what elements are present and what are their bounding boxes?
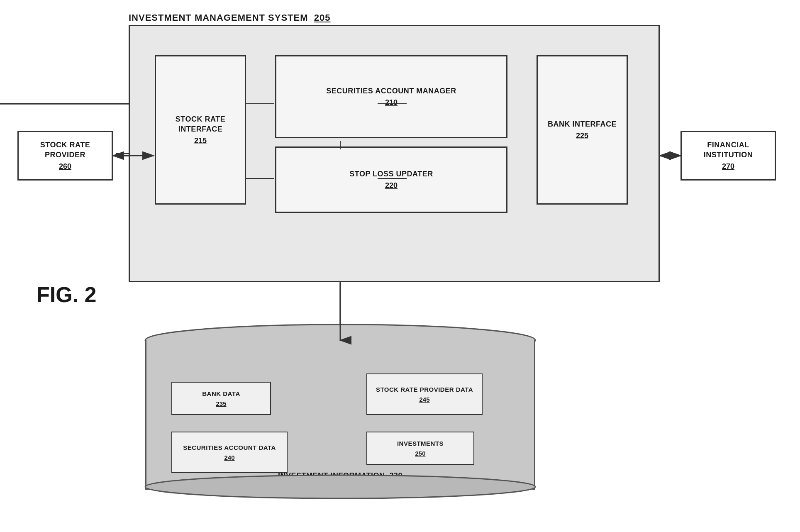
investments-number: 250 bbox=[415, 450, 425, 457]
fi-number: 270 bbox=[722, 162, 734, 171]
db-bottom-ellipse bbox=[144, 474, 537, 499]
bank-data-box: BANK DATA 235 bbox=[171, 382, 271, 415]
srp-box: STOCK RATE PROVIDER 260 bbox=[17, 131, 113, 181]
sad-number: 240 bbox=[224, 454, 234, 461]
srpd-number: 245 bbox=[419, 396, 429, 403]
sam-title: SECURITIES ACCOUNT MANAGER bbox=[326, 86, 456, 96]
securities-account-data-box: SECURITIES ACCOUNT DATA 240 bbox=[171, 432, 288, 473]
bi-box: BANK INTERFACE 225 bbox=[537, 55, 628, 205]
srpd-title: STOCK RATE PROVIDER DATA bbox=[376, 386, 473, 394]
svg-point-12 bbox=[145, 475, 535, 498]
sad-title: SECURITIES ACCOUNT DATA bbox=[183, 444, 276, 452]
investments-box: INVESTMENTS 250 bbox=[366, 432, 474, 465]
bi-title: BANK INTERFACE bbox=[548, 120, 617, 129]
database-container: BANK DATA 235 STOCK RATE PROVIDER DATA 2… bbox=[145, 324, 535, 498]
bi-number: 225 bbox=[576, 132, 588, 140]
figure-label: FIG. 2 bbox=[37, 282, 96, 307]
srp-title: STOCK RATE PROVIDER bbox=[23, 140, 107, 160]
fi-box: FINANCIAL INSTITUTION 270 bbox=[680, 131, 776, 181]
slu-box: STOP LOSS UPDATER 220 bbox=[275, 146, 507, 213]
bank-data-number: 235 bbox=[216, 400, 226, 407]
investments-title: INVESTMENTS bbox=[397, 439, 444, 448]
sri-number: 215 bbox=[194, 137, 207, 145]
ims-label: INVESTMENT MANAGEMENT SYSTEM 205 bbox=[129, 12, 331, 23]
slu-number: 220 bbox=[385, 181, 398, 190]
slu-title: STOP LOSS UPDATER bbox=[349, 169, 433, 179]
diagram-container: FIG. 2 STOCK RATE INTERFACE 215 SECURITI… bbox=[0, 0, 800, 532]
sri-box: STOCK RATE INTERFACE 215 bbox=[155, 55, 246, 205]
ims-label-text: INVESTMENT MANAGEMENT SYSTEM bbox=[129, 12, 308, 23]
bank-data-title: BANK DATA bbox=[202, 390, 240, 398]
ims-box: STOCK RATE INTERFACE 215 SECURITIES ACCO… bbox=[129, 25, 660, 282]
fi-title: FINANCIAL INSTITUTION bbox=[686, 140, 771, 160]
stock-rate-provider-data-box: STOCK RATE PROVIDER DATA 245 bbox=[366, 373, 483, 415]
db-body: BANK DATA 235 STOCK RATE PROVIDER DATA 2… bbox=[145, 340, 535, 490]
sam-box: SECURITIES ACCOUNT MANAGER 210 bbox=[275, 55, 507, 138]
sri-title: STOCK RATE INTERFACE bbox=[156, 115, 245, 134]
ims-number: 205 bbox=[314, 12, 331, 23]
sam-number: 210 bbox=[385, 98, 398, 107]
srp-number: 260 bbox=[59, 162, 71, 171]
